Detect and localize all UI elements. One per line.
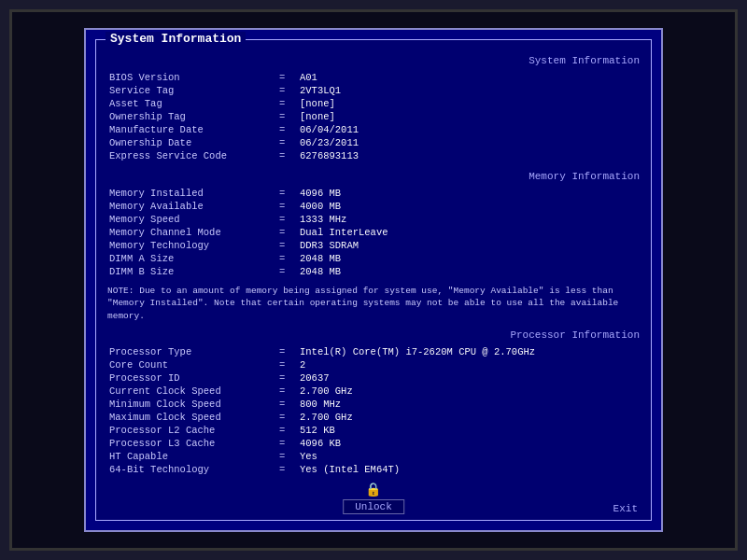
exit-button[interactable]: Exit (613, 503, 638, 514)
table-row: Service Tag=2VT3LQ1 (109, 85, 638, 96)
table-row: Ownership Date=06/23/2011 (109, 137, 638, 148)
table-row: Manufacture Date=06/04/2011 (109, 124, 638, 135)
lock-icon: 🔒 (365, 482, 381, 497)
table-row: DIMM A Size=2048 MB (109, 253, 638, 264)
table-row: Minimum Clock Speed=800 MHz (109, 399, 638, 410)
bios-container: System Information System Information BI… (84, 28, 663, 532)
system-info-header: System Information (107, 55, 640, 66)
memory-info-header: Memory Information (107, 171, 640, 182)
processor-info-table: Processor Type=Intel(R) Core(TM) i7-2620… (107, 344, 640, 477)
table-row: 64-Bit Technology=Yes (Intel EM64T) (109, 464, 638, 475)
unlock-button[interactable]: Unlock (343, 499, 404, 514)
table-row: Ownership Tag=[none] (109, 111, 638, 122)
table-row: DIMM B Size=2048 MB (109, 266, 638, 277)
table-row: Memory Channel Mode=Dual InterLeave (109, 227, 638, 238)
table-row: BIOS Version=A01 (109, 72, 638, 83)
unlock-bar: 🔒 Unlock (343, 482, 404, 514)
processor-info-header: Processor Information (107, 329, 640, 341)
memory-note: NOTE: Due to an amount of memory being a… (107, 285, 640, 322)
screen: System Information System Information BI… (9, 9, 738, 551)
table-row: Processor Type=Intel(R) Core(TM) i7-2620… (109, 346, 638, 357)
panel-title: System Information (106, 32, 246, 46)
table-row: Memory Technology=DDR3 SDRAM (109, 240, 638, 251)
system-info-table: BIOS Version=A01Service Tag=2VT3LQ1Asset… (107, 70, 640, 163)
table-row: Asset Tag=[none] (109, 98, 638, 109)
system-info-panel: System Information System Information BI… (95, 39, 652, 521)
table-row: Memory Installed=4096 MB (109, 188, 638, 199)
table-row: Current Clock Speed=2.700 GHz (109, 385, 638, 397)
table-row: Memory Available=4000 MB (109, 201, 638, 212)
table-row: Core Count=2 (109, 359, 638, 371)
table-row: Processor L2 Cache=512 KB (109, 425, 638, 436)
table-row: Maximum Clock Speed=2.700 GHz (109, 412, 638, 423)
table-row: Processor L3 Cache=4096 KB (109, 438, 638, 449)
table-row: Processor ID=20637 (109, 372, 638, 384)
table-row: Express Service Code=6276893113 (109, 150, 638, 161)
memory-info-table: Memory Installed=4096 MBMemory Available… (107, 186, 640, 279)
table-row: HT Capable=Yes (109, 451, 638, 462)
table-row: Memory Speed=1333 MHz (109, 214, 638, 225)
